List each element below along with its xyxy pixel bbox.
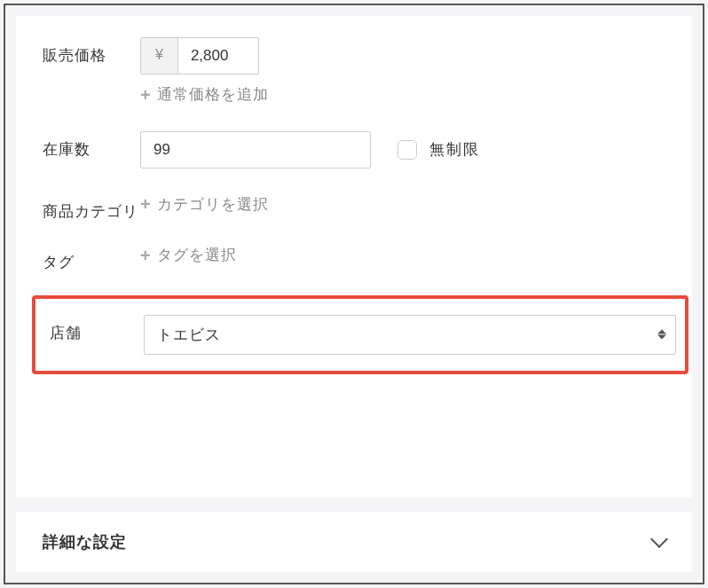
category-row: 商品カテゴリ + カテゴリを選択 [43,193,685,223]
product-form: 販売価格 ¥ + 通常価格を追加 在庫数 無制限 [16,16,692,498]
currency-symbol: ¥ [141,38,178,74]
price-input[interactable] [178,38,258,74]
chevron-down-icon [650,530,668,548]
tag-label: タグ [43,244,140,274]
add-regular-price-link[interactable]: + 通常価格を追加 [140,83,685,106]
store-select-value: トエビス [145,316,675,354]
select-category-text: カテゴリを選択 [157,193,269,216]
stock-label: 在庫数 [43,131,140,161]
unlimited-checkbox-wrapper: 無制限 [397,139,480,160]
tag-controls: + タグを選択 [140,244,685,267]
stock-row: 在庫数 無制限 [43,131,685,169]
advanced-settings-title: 詳細な設定 [43,531,127,553]
store-row-highlight: 店舗 トエビス [32,295,688,374]
category-controls: + カテゴリを選択 [140,193,685,216]
plus-icon: + [140,86,152,104]
store-label: 店舗 [50,315,144,345]
plus-icon: + [140,247,152,264]
store-row: 店舗 トエビス [50,315,676,355]
price-input-group: ¥ [140,37,259,74]
unlimited-label: 無制限 [429,139,480,160]
add-regular-price-text: 通常価格を追加 [157,83,269,106]
category-label: 商品カテゴリ [43,193,140,223]
price-label: 販売価格 [43,37,140,67]
select-tag-text: タグを選択 [157,244,237,267]
store-select[interactable]: トエビス [144,315,676,355]
tag-row: タグ + タグを選択 [43,244,685,274]
stock-input[interactable] [140,131,371,169]
stock-controls: 無制限 [140,131,685,169]
unlimited-checkbox[interactable] [397,140,417,160]
advanced-settings-accordion[interactable]: 詳細な設定 [16,512,692,572]
price-controls: ¥ + 通常価格を追加 [140,37,685,106]
plus-icon: + [140,195,152,213]
select-tag-link[interactable]: + タグを選択 [140,244,685,267]
select-category-link[interactable]: + カテゴリを選択 [140,193,685,216]
settings-panel: 販売価格 ¥ + 通常価格を追加 在庫数 無制限 [4,4,704,584]
price-row: 販売価格 ¥ + 通常価格を追加 [43,37,685,106]
select-arrows-icon [657,330,666,340]
